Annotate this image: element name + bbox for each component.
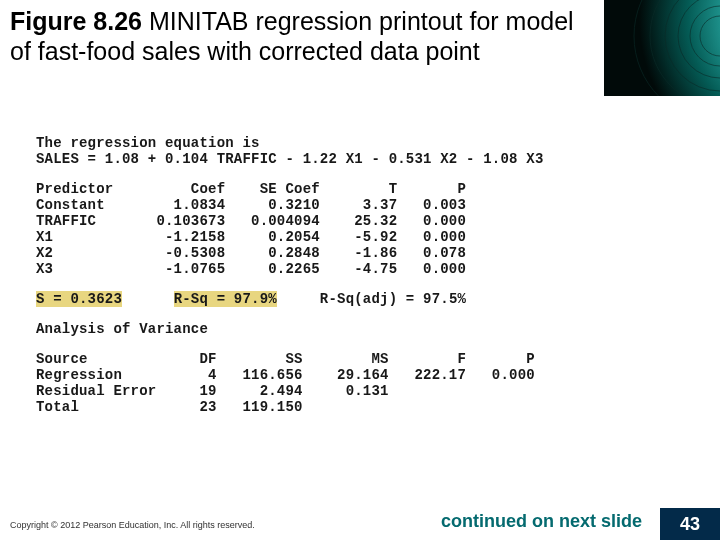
coef-row: X2 -0.5308 0.2848 -1.86 0.078 [36, 245, 696, 261]
minitab-output: The regression equation is SALES = 1.08 … [36, 135, 696, 415]
regeq-intro: The regression equation is [36, 135, 696, 151]
coef-row: Constant 1.0834 0.3210 3.37 0.003 [36, 197, 696, 213]
stat-rsq: R-Sq = 97.9% [174, 291, 277, 307]
anova-title: Analysis of Variance [36, 321, 696, 337]
figure-number: Figure 8.26 [10, 7, 142, 35]
figure-title: Figure 8.26 MINITAB regression printout … [10, 6, 590, 66]
svg-point-1 [630, 0, 720, 96]
anova-row: Total 23 119.150 [36, 399, 696, 415]
anova-header: Source DF SS MS F P [36, 351, 696, 367]
stat-rsq-adj: R-Sq(adj) = 97.5% [320, 291, 466, 307]
page-number: 43 [660, 508, 720, 540]
decorative-corner-art [604, 0, 720, 96]
coef-row: X3 -1.0765 0.2265 -4.75 0.000 [36, 261, 696, 277]
stat-s: S = 0.3623 [36, 291, 122, 307]
anova-row: Residual Error 19 2.494 0.131 [36, 383, 696, 399]
coef-header: Predictor Coef SE Coef T P [36, 181, 696, 197]
footer: Copyright © 2012 Pearson Education, Inc.… [0, 508, 720, 540]
coef-row: X1 -1.2158 0.2054 -5.92 0.000 [36, 229, 696, 245]
coef-row: TRAFFIC 0.103673 0.004094 25.32 0.000 [36, 213, 696, 229]
regeq: SALES = 1.08 + 0.104 TRAFFIC - 1.22 X1 -… [36, 151, 696, 167]
slide: Figure 8.26 MINITAB regression printout … [0, 0, 720, 540]
anova-row: Regression 4 116.656 29.164 222.17 0.000 [36, 367, 696, 383]
fit-stats-line: S = 0.3623 R-Sq = 97.9% R-Sq(adj) = 97.5… [36, 291, 696, 307]
copyright-text: Copyright © 2012 Pearson Education, Inc.… [10, 520, 255, 530]
continued-label: continued on next slide [441, 511, 642, 532]
